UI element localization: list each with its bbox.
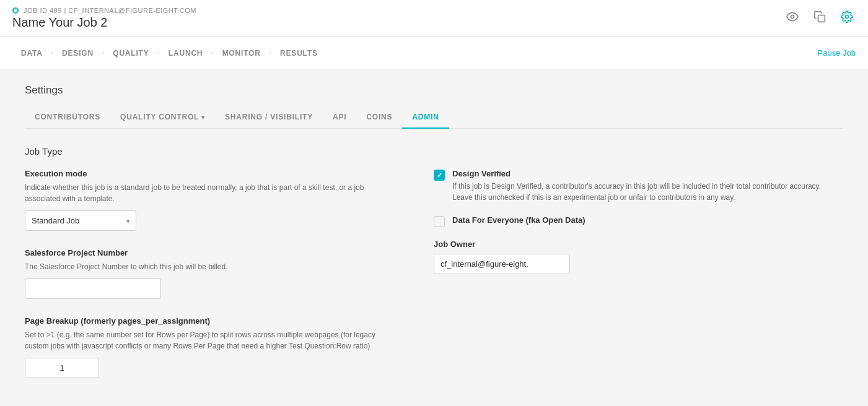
job-owner-input[interactable] xyxy=(434,254,570,274)
status-dot xyxy=(12,7,19,14)
nav-label-results: RESULTS xyxy=(280,49,318,58)
nav-item-monitor[interactable]: MONITOR xyxy=(214,38,270,69)
right-column: Design Verified If this job is Design Ve… xyxy=(434,169,843,395)
nav-label-launch: LAUNCH xyxy=(169,49,203,58)
nav-item-results[interactable]: RESULTS xyxy=(271,38,327,69)
page-breakup-input[interactable] xyxy=(25,358,99,378)
page-breakup-label: Page Breakup (formerly pages_per_assignm… xyxy=(25,316,397,326)
job-meta: JOB ID 489 | CF_INTERNAL@FIGURE-EIGHT.CO… xyxy=(12,7,196,14)
nav-label-monitor: MONITOR xyxy=(222,49,261,58)
copy-button[interactable] xyxy=(811,8,828,28)
job-owner-field: Job Owner xyxy=(434,240,843,274)
execution-mode-select[interactable]: Standard Job Skill Test Job Template Job xyxy=(25,210,136,231)
job-type-content: Execution mode Indicate whether this job… xyxy=(25,169,843,395)
salesforce-desc: The Salesforce Project Number to which t… xyxy=(25,261,397,272)
nav-label-quality: QUALITY xyxy=(113,49,149,58)
nav-item-quality[interactable]: QUALITY xyxy=(104,38,157,69)
nav-items: DATA › DESIGN › QUALITY › LAUNCH › MONIT… xyxy=(12,38,327,69)
execution-mode-label: Execution mode xyxy=(25,169,397,178)
data-for-everyone-checkbox[interactable] xyxy=(434,216,445,227)
data-for-everyone-content: Data For Everyone (fka Open Data) xyxy=(452,215,585,227)
top-bar: JOB ID 489 | CF_INTERNAL@FIGURE-EIGHT.CO… xyxy=(0,0,868,37)
svg-point-0 xyxy=(791,15,794,19)
job-type-title: Job Type xyxy=(25,146,843,157)
tab-quality-control[interactable]: QUALITY CONTROL ▾ xyxy=(110,106,215,129)
top-bar-icons xyxy=(784,8,856,28)
job-meta-text: JOB ID 489 | CF_INTERNAL@FIGURE-EIGHT.CO… xyxy=(24,7,196,14)
data-for-everyone-label: Data For Everyone (fka Open Data) xyxy=(452,215,585,225)
pause-job-button[interactable]: Pause Job xyxy=(818,37,856,69)
execution-mode-select-wrapper: Standard Job Skill Test Job Template Job… xyxy=(25,210,136,231)
job-title: Name Your Job 2 xyxy=(12,15,196,30)
quality-control-dropdown-icon: ▾ xyxy=(201,114,205,121)
design-verified-content: Design Verified If this job is Design Ve… xyxy=(452,169,843,203)
nav-item-design[interactable]: DESIGN xyxy=(53,38,102,69)
nav-bar: DATA › DESIGN › QUALITY › LAUNCH › MONIT… xyxy=(0,37,868,69)
settings-title: Settings xyxy=(25,84,843,97)
tab-api[interactable]: API xyxy=(323,106,356,129)
tab-admin[interactable]: ADMIN xyxy=(402,106,449,129)
page-breakup-desc: Set to >1 (e.g. the same number set for … xyxy=(25,329,397,352)
design-verified-checkbox[interactable] xyxy=(434,170,445,181)
tab-sharing-visibility[interactable]: SHARING / VISIBILITY xyxy=(215,106,323,129)
page-breakup-field: Page Breakup (formerly pages_per_assignm… xyxy=(25,316,397,378)
left-column: Execution mode Indicate whether this job… xyxy=(25,169,397,395)
salesforce-field: Salesforce Project Number The Salesforce… xyxy=(25,248,397,299)
main-content: Settings CONTRIBUTORS QUALITY CONTROL ▾ … xyxy=(0,69,868,406)
nav-item-launch[interactable]: LAUNCH xyxy=(160,38,211,69)
nav-item-data[interactable]: DATA xyxy=(12,38,51,69)
salesforce-input[interactable] xyxy=(25,279,161,299)
design-verified-desc: If this job is Design Verified, a contri… xyxy=(452,181,843,203)
settings-tabs: CONTRIBUTORS QUALITY CONTROL ▾ SHARING /… xyxy=(25,106,843,129)
salesforce-label: Salesforce Project Number xyxy=(25,248,397,257)
svg-rect-1 xyxy=(818,15,825,22)
tab-contributors[interactable]: CONTRIBUTORS xyxy=(25,106,110,129)
execution-mode-field: Execution mode Indicate whether this job… xyxy=(25,169,397,231)
design-verified-label: Design Verified xyxy=(452,169,843,178)
job-owner-label: Job Owner xyxy=(434,240,843,249)
top-bar-left: JOB ID 489 | CF_INTERNAL@FIGURE-EIGHT.CO… xyxy=(12,7,196,30)
nav-label-data: DATA xyxy=(21,49,43,58)
preview-button[interactable] xyxy=(784,8,801,28)
svg-point-2 xyxy=(846,15,849,19)
execution-mode-desc: Indicate whether this job is a standard … xyxy=(25,182,397,204)
design-verified-row: Design Verified If this job is Design Ve… xyxy=(434,169,843,203)
data-for-everyone-row: Data For Everyone (fka Open Data) xyxy=(434,215,843,227)
settings-button[interactable] xyxy=(838,8,856,28)
nav-label-design: DESIGN xyxy=(62,49,94,58)
tab-coins[interactable]: COINS xyxy=(356,106,402,129)
